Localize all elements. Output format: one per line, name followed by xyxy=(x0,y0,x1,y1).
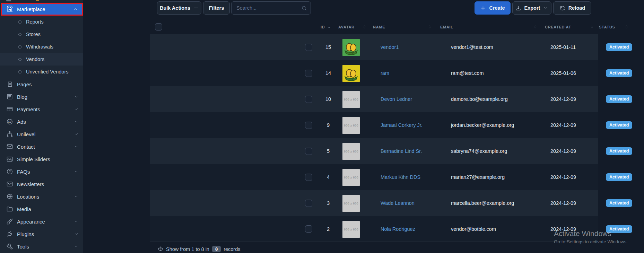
table-row: 2600 x 600Nola Rodriguezvendor@botble.co… xyxy=(150,216,598,242)
sidebar-item-media[interactable]: Media xyxy=(0,203,83,215)
vendor-name-link[interactable]: Markus Kihn DDS xyxy=(381,174,420,180)
row-checkbox[interactable] xyxy=(305,200,312,207)
chevron-down-icon xyxy=(74,94,79,100)
sidebar-item-payments[interactable]: Payments xyxy=(0,103,83,115)
bullet-circle-icon xyxy=(18,33,21,36)
chevron-down-icon xyxy=(74,169,79,175)
table-footer: Show from 1 to 8 in 8 records xyxy=(158,245,241,253)
bulk-actions-button[interactable]: Bulk Actions xyxy=(157,1,201,15)
vendor-created-at: 2024-12-09 xyxy=(550,164,576,190)
vendor-name-cell: Wade Leannon xyxy=(381,190,415,216)
vendor-created-at: 2025-01-11 xyxy=(550,34,576,60)
table-row: 14ramram@test.com2025-01-06Activatedjls xyxy=(150,60,598,86)
column-header-name[interactable]: NAME xyxy=(373,20,385,34)
row-checkbox[interactable] xyxy=(305,122,312,129)
search-icon xyxy=(301,5,307,12)
search-box xyxy=(231,1,311,15)
column-header-status[interactable]: STATUS xyxy=(599,20,615,34)
vendor-name-cell: ram xyxy=(381,60,389,86)
newsletter-icon xyxy=(6,181,13,188)
vendor-avatar-eggs-in-nest xyxy=(342,65,360,82)
vendor-name-cell: Markus Kihn DDS xyxy=(381,164,420,190)
sort-descending-icon xyxy=(327,25,331,30)
column-header-email[interactable]: EMAIL xyxy=(440,20,453,34)
plugins-icon xyxy=(6,230,13,238)
vendor-email: marcella.beer@example.org xyxy=(451,190,514,216)
table-row: 9600 x 600Jamaal Corkery Jr.jordan.becke… xyxy=(150,112,598,138)
sidebar-item-faqs[interactable]: FAQs xyxy=(0,165,83,178)
vendor-name-link[interactable]: Devon Ledner xyxy=(381,96,412,102)
row-checkbox[interactable] xyxy=(305,96,312,103)
sidebar-item-ads[interactable]: ADAds xyxy=(0,115,83,128)
chevron-down-icon xyxy=(74,132,79,138)
row-checkbox[interactable] xyxy=(305,70,312,77)
bulk-actions-label: Bulk Actions xyxy=(160,5,190,11)
vendor-id: 5 xyxy=(319,138,337,164)
sidebar-subitem-reports[interactable]: Reports xyxy=(0,16,83,28)
sidebar-subitem-vendors[interactable]: Vendors xyxy=(0,53,83,66)
chevron-down-icon xyxy=(74,194,79,200)
create-label: Create xyxy=(489,5,505,11)
vendor-avatar-placeholder: 600 x 600 xyxy=(342,91,360,108)
sidebar-item-locations[interactable]: Locations xyxy=(0,190,83,203)
bullet-circle-icon xyxy=(18,45,21,49)
status-badge: Activated xyxy=(606,173,632,181)
sidebar-subitem-unverified-vendors[interactable]: Unverified Vendors xyxy=(0,66,83,78)
chevron-down-icon xyxy=(74,144,79,150)
vendor-name-link[interactable]: Nola Rodriguez xyxy=(381,226,415,232)
sidebar-item-contact[interactable]: Contact xyxy=(0,140,83,153)
export-button[interactable]: Export xyxy=(512,1,551,15)
vendor-created-at: 2024-12-09 xyxy=(550,112,576,138)
sidebar-item-tools[interactable]: Tools xyxy=(0,240,83,253)
vendor-avatar-eggs-in-nest xyxy=(342,39,360,56)
filters-label: Filters xyxy=(209,5,224,11)
sidebar-subitem-withdrawals[interactable]: Withdrawals xyxy=(0,41,83,53)
vendor-created-at: 2024-12-09 xyxy=(550,86,576,112)
tools-icon xyxy=(6,243,13,250)
row-checkbox[interactable] xyxy=(305,225,312,233)
export-label: Export xyxy=(524,5,540,11)
select-all-checkbox[interactable] xyxy=(155,23,162,30)
vendor-name-link[interactable]: Wade Leannon xyxy=(381,200,415,206)
vendor-email: vendor@botble.com xyxy=(451,216,496,242)
row-checkbox[interactable] xyxy=(305,174,312,181)
sidebar-item-pages[interactable]: Pages xyxy=(0,78,83,90)
chevron-down-icon xyxy=(543,5,548,11)
vendor-name-link[interactable]: Bernadine Lind Sr. xyxy=(381,148,422,154)
vendor-email: damore.bo@example.org xyxy=(451,86,508,112)
chevron-down-icon xyxy=(74,244,79,250)
sidebar-item-appearance[interactable]: Appearance xyxy=(0,215,83,228)
chevron-down-icon xyxy=(74,107,79,113)
column-header-avatar[interactable]: AVATAR xyxy=(338,20,355,34)
pages-icon xyxy=(6,81,13,88)
sidebar-item-simple-sliders[interactable]: Simple Sliders xyxy=(0,153,83,165)
vendor-avatar-placeholder: 600 x 600 xyxy=(342,221,360,238)
sort-icon xyxy=(533,24,538,30)
unilevel-icon xyxy=(6,131,13,138)
row-checkbox[interactable] xyxy=(305,148,312,155)
table-row: 4600 x 600Markus Kihn DDSmarian27@exampl… xyxy=(150,164,598,190)
vendor-name-cell: Devon Ledner xyxy=(381,86,412,112)
download-icon xyxy=(515,5,521,11)
reload-button[interactable]: Reload xyxy=(553,1,591,15)
sidebar-item-newsletters[interactable]: Newsletters xyxy=(0,178,83,190)
sidebar-item-unilevel[interactable]: Unilevel xyxy=(0,128,83,140)
sort-icon xyxy=(590,24,594,30)
sidebar-item-plugins[interactable]: Plugins xyxy=(0,228,83,240)
vendor-name-link[interactable]: vendor1 xyxy=(381,44,399,50)
status-badge: Activated xyxy=(606,225,632,233)
vendor-name-link[interactable]: Jamaal Corkery Jr. xyxy=(381,122,423,128)
sidebar-item-blog[interactable]: Blog xyxy=(0,90,83,103)
row-checkbox[interactable] xyxy=(305,44,312,51)
create-button[interactable]: Create xyxy=(475,1,511,15)
column-header-id[interactable]: ID xyxy=(321,20,331,34)
sidebar-item-marketplace[interactable]: Marketplace xyxy=(2,4,82,15)
clipped-menu-item xyxy=(0,0,83,2)
status-badge: Activated xyxy=(606,43,632,51)
chevron-down-icon xyxy=(193,5,199,11)
column-header-created-at[interactable]: CREATED AT xyxy=(545,20,571,34)
sidebar-subitem-stores[interactable]: Stores xyxy=(0,28,83,41)
search-input[interactable] xyxy=(232,2,311,14)
vendor-name-link[interactable]: ram xyxy=(381,70,389,76)
filters-button[interactable]: Filters xyxy=(203,1,230,15)
